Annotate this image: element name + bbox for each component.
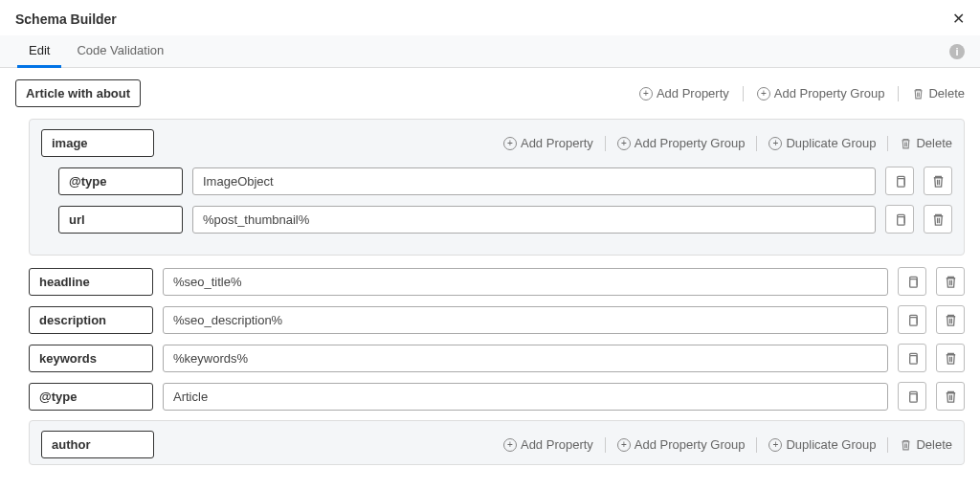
property-value-input[interactable]: Article [163, 383, 888, 411]
delete-button[interactable]: Delete [900, 136, 952, 150]
duplicate-group-label: Duplicate Group [786, 437, 876, 452]
property-key-input[interactable]: @type [58, 167, 183, 195]
add-property-group-button[interactable]: +Add Property Group [617, 136, 746, 150]
close-icon[interactable]: ✕ [952, 10, 965, 28]
copy-icon [905, 351, 920, 366]
property-row: @type ImageObject [58, 167, 952, 195]
add-property-button[interactable]: +Add Property [503, 437, 593, 452]
duplicate-group-button[interactable]: +Duplicate Group [768, 136, 876, 150]
duplicate-group-button[interactable]: +Duplicate Group [768, 437, 876, 452]
schema-content: Article with about +Add Property +Add Pr… [0, 68, 980, 465]
copy-icon [905, 275, 920, 289]
separator [743, 86, 744, 101]
property-key-input[interactable]: @type [29, 383, 153, 411]
property-value-input[interactable]: %seo_title% [163, 268, 888, 296]
add-property-group-label: Add Property Group [635, 437, 746, 452]
copy-icon [905, 390, 920, 404]
root-row: Article with about +Add Property +Add Pr… [15, 79, 965, 107]
group-header: author +Add Property +Add Property Group… [41, 431, 952, 458]
plus-icon: + [617, 438, 631, 452]
delete-button[interactable]: Delete [912, 86, 965, 100]
property-group-image: image +Add Property +Add Property Group … [29, 119, 965, 256]
info-icon[interactable]: i [949, 44, 965, 59]
trash-icon [944, 275, 958, 289]
delete-label: Delete [916, 136, 952, 150]
copy-button[interactable] [898, 267, 926, 296]
group-header: image +Add Property +Add Property Group … [41, 129, 952, 157]
separator [756, 437, 757, 453]
plus-icon: + [768, 438, 782, 452]
copy-button[interactable] [898, 305, 926, 334]
separator [756, 136, 757, 151]
property-value-input[interactable]: %post_thumbnail% [192, 206, 876, 234]
app-header: Schema Builder ✕ [0, 0, 980, 35]
group-actions: +Add Property +Add Property Group +Dupli… [503, 136, 952, 151]
add-property-group-label: Add Property Group [635, 136, 746, 150]
property-value-input[interactable]: %keywords% [163, 345, 888, 372]
svg-rect-2 [909, 278, 917, 286]
delete-button[interactable]: Delete [900, 437, 952, 452]
root-actions: +Add Property +Add Property Group Delete [639, 86, 965, 101]
svg-rect-3 [909, 317, 917, 324]
group-name-input[interactable]: image [41, 129, 154, 157]
trash-icon [900, 438, 912, 452]
add-property-label: Add Property [521, 136, 593, 150]
property-key-input[interactable]: description [29, 306, 153, 334]
plus-icon: + [639, 87, 653, 100]
plus-icon: + [757, 87, 770, 100]
delete-row-button[interactable] [936, 344, 965, 372]
property-value-input[interactable]: %seo_description% [163, 306, 888, 334]
plus-icon: + [768, 137, 782, 150]
copy-button[interactable] [885, 205, 914, 234]
copy-icon [893, 174, 907, 189]
add-property-group-button[interactable]: +Add Property Group [617, 437, 746, 452]
duplicate-group-label: Duplicate Group [786, 136, 876, 150]
add-property-group-label: Add Property Group [774, 86, 885, 100]
trash-icon [912, 87, 924, 100]
add-property-label: Add Property [521, 437, 593, 452]
trash-icon [944, 390, 958, 404]
trash-icon [931, 212, 946, 227]
tab-bar: Edit Code Validation i [0, 35, 980, 68]
tab-code-validation[interactable]: Code Validation [63, 35, 177, 67]
group-name-input[interactable]: author [41, 431, 154, 458]
trash-icon [944, 351, 958, 366]
delete-row-button[interactable] [924, 205, 952, 234]
svg-rect-0 [897, 178, 904, 186]
separator [605, 437, 606, 453]
add-property-button[interactable]: +Add Property [639, 86, 729, 100]
property-row: url %post_thumbnail% [58, 205, 952, 234]
property-group-author: author +Add Property +Add Property Group… [29, 420, 965, 465]
separator [887, 437, 888, 453]
group-actions: +Add Property +Add Property Group +Dupli… [503, 437, 952, 453]
property-row: description %seo_description% [29, 305, 965, 334]
delete-row-button[interactable] [936, 382, 965, 411]
copy-button[interactable] [885, 167, 914, 195]
property-key-input[interactable]: url [58, 206, 183, 234]
delete-row-button[interactable] [936, 305, 965, 334]
app-title: Schema Builder [15, 11, 117, 27]
separator [605, 136, 606, 151]
property-value-input[interactable]: ImageObject [192, 167, 876, 195]
add-property-group-button[interactable]: +Add Property Group [757, 86, 885, 100]
tab-edit[interactable]: Edit [15, 35, 63, 67]
copy-button[interactable] [898, 344, 926, 372]
trash-icon [900, 137, 912, 150]
property-key-input[interactable]: keywords [29, 345, 153, 372]
plus-icon: + [503, 137, 517, 150]
copy-button[interactable] [898, 382, 926, 411]
copy-icon [893, 212, 907, 227]
delete-label: Delete [916, 437, 952, 452]
delete-row-button[interactable] [936, 267, 965, 296]
separator [887, 136, 888, 151]
add-property-button[interactable]: +Add Property [503, 136, 593, 150]
trash-icon [944, 313, 958, 327]
svg-rect-5 [909, 393, 917, 401]
trash-icon [931, 174, 946, 189]
separator [898, 86, 899, 101]
plus-icon: + [617, 137, 631, 150]
root-schema-name[interactable]: Article with about [15, 79, 141, 107]
property-key-input[interactable]: headline [29, 268, 153, 296]
copy-icon [905, 313, 920, 327]
delete-row-button[interactable] [924, 167, 952, 195]
